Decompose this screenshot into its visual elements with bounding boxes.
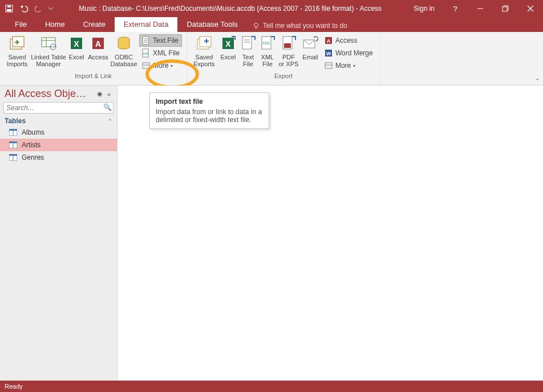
- svg-rect-32: [242, 37, 252, 49]
- export-excel-button[interactable]: X Excel: [218, 33, 238, 62]
- dropdown-caret-icon: ▾: [353, 63, 355, 68]
- odbc-database-button[interactable]: ODBC Database: [110, 33, 138, 68]
- table-icon: [9, 129, 17, 136]
- document-surface: [117, 86, 543, 381]
- export-group-label: Export: [191, 72, 376, 80]
- search-icon[interactable]: 🔍: [103, 103, 112, 111]
- nav-search-input[interactable]: [3, 102, 114, 114]
- email-icon: [301, 34, 319, 52]
- export-word-merge-label: Word Merge: [335, 49, 373, 57]
- export-text-file-button[interactable]: Text File: [238, 33, 258, 68]
- saved-exports-icon: [195, 34, 213, 52]
- import-text-file-button[interactable]: Text File: [139, 34, 182, 47]
- quick-access-toolbar: [0, 2, 55, 15]
- export-xml-file-button[interactable]: XML XML File: [258, 33, 277, 68]
- word-merge-icon: W: [324, 49, 333, 58]
- nav-group-title: Tables: [5, 117, 108, 125]
- group-import-link: Saved Imports Linked Table Manager X Exc…: [0, 32, 187, 85]
- collapse-group-icon[interactable]: ⌃: [108, 118, 112, 124]
- saved-imports-button[interactable]: Saved Imports: [3, 33, 31, 68]
- svg-text:W: W: [326, 51, 331, 56]
- document-area: [117, 86, 543, 381]
- status-bar: Ready: [0, 381, 543, 392]
- export-excel-label: Excel: [220, 54, 236, 60]
- sign-in-link[interactable]: Sign in: [406, 5, 443, 13]
- import-xml-file-button[interactable]: XML XML File: [139, 47, 182, 59]
- export-excel-icon: X: [219, 34, 237, 52]
- redo-icon[interactable]: [32, 2, 46, 15]
- export-word-merge-button[interactable]: W Word Merge: [322, 47, 375, 59]
- more-icon: [141, 61, 151, 70]
- svg-rect-26: [143, 63, 149, 68]
- export-access-icon: A: [324, 36, 333, 45]
- svg-text:A: A: [95, 39, 101, 49]
- dropdown-caret-icon: ▾: [171, 63, 173, 68]
- pdf-xps-icon: [279, 34, 298, 52]
- qat-customize-icon[interactable]: [47, 2, 55, 15]
- svg-rect-11: [42, 38, 55, 47]
- nav-item-label: Albums: [22, 128, 44, 136]
- window-controls: Sign in ?: [406, 0, 543, 17]
- saved-imports-icon: [8, 34, 26, 52]
- navigation-pane: All Access Obje… ◉ « 🔍 Tables ⌃ AlbumsAr…: [0, 86, 117, 381]
- tab-file[interactable]: File: [6, 17, 36, 32]
- import-xml-file-label: XML File: [153, 49, 180, 57]
- help-button[interactable]: ?: [443, 0, 468, 17]
- collapse-ribbon-button[interactable]: ⌃: [535, 78, 540, 84]
- odbc-icon: [115, 34, 133, 52]
- close-button[interactable]: [518, 0, 543, 17]
- nav-item-label: Artists: [22, 141, 40, 149]
- import-link-group-label: Import & Link: [3, 72, 183, 80]
- text-file-icon: [141, 36, 151, 45]
- lightbulb-icon: [253, 22, 260, 29]
- save-icon[interactable]: [2, 2, 16, 15]
- export-pdf-xps-label: PDF or XPS: [278, 54, 298, 67]
- export-text-file-icon: [239, 34, 257, 52]
- saved-imports-label: Saved Imports: [7, 54, 28, 67]
- export-text-file-label: Text File: [242, 54, 254, 67]
- tab-database-tools[interactable]: Database Tools: [177, 17, 246, 32]
- nav-pane-header[interactable]: All Access Obje… ◉ «: [0, 86, 117, 101]
- workspace: All Access Obje… ◉ « 🔍 Tables ⌃ AlbumsAr…: [0, 86, 543, 381]
- xml-file-icon: XML: [141, 49, 151, 58]
- nav-item-genres[interactable]: Genres: [0, 151, 117, 164]
- tab-external-data[interactable]: External Data: [115, 17, 178, 32]
- import-excel-button[interactable]: X Excel: [66, 33, 87, 62]
- minimize-button[interactable]: [468, 0, 493, 17]
- tab-home[interactable]: Home: [36, 17, 74, 32]
- table-icon: [9, 154, 17, 161]
- nav-search: 🔍: [3, 102, 114, 114]
- nav-group-header[interactable]: Tables ⌃: [0, 115, 117, 126]
- nav-shutter-button[interactable]: «: [104, 91, 114, 98]
- saved-exports-button[interactable]: Saved Exports: [191, 33, 218, 68]
- nav-item-albums[interactable]: Albums: [0, 126, 117, 139]
- tab-create[interactable]: Create: [74, 17, 115, 32]
- ribbon: Saved Imports Linked Table Manager X Exc…: [0, 32, 543, 86]
- import-access-button[interactable]: A Access: [87, 33, 110, 62]
- import-more-label: More: [153, 62, 168, 70]
- import-more-button[interactable]: More ▾: [139, 59, 182, 72]
- svg-text:X: X: [74, 39, 79, 49]
- export-email-button[interactable]: Email: [300, 33, 321, 62]
- import-access-label: Access: [88, 54, 108, 60]
- restore-button[interactable]: [493, 0, 518, 17]
- undo-icon[interactable]: [17, 2, 31, 15]
- export-more-button[interactable]: More ▾: [322, 59, 375, 72]
- nav-item-artists[interactable]: Artists: [0, 139, 117, 151]
- export-more-label: More: [335, 62, 351, 70]
- linked-table-manager-button[interactable]: Linked Table Manager: [31, 33, 66, 68]
- linked-table-manager-label: Linked Table Manager: [31, 54, 66, 67]
- screentip: Import text file Import data from or lin…: [149, 92, 269, 129]
- tell-me-search[interactable]: Tell me what you want to do: [247, 19, 353, 32]
- export-access-button[interactable]: A Access: [322, 34, 375, 47]
- nav-filter-dropdown-icon[interactable]: ◉: [95, 90, 104, 98]
- svg-text:X: X: [225, 39, 231, 49]
- odbc-label: ODBC Database: [110, 54, 137, 67]
- access-icon: A: [89, 34, 107, 52]
- svg-rect-44: [325, 63, 332, 68]
- table-icon: [9, 142, 17, 148]
- import-more-column: Text File XML XML File More ▾: [138, 33, 183, 72]
- title-bar: Music : Database- C:\Users\Fred\Document…: [0, 0, 543, 17]
- export-pdf-xps-button[interactable]: PDF or XPS: [277, 33, 300, 68]
- nav-items-list: AlbumsArtistsGenres: [0, 126, 117, 164]
